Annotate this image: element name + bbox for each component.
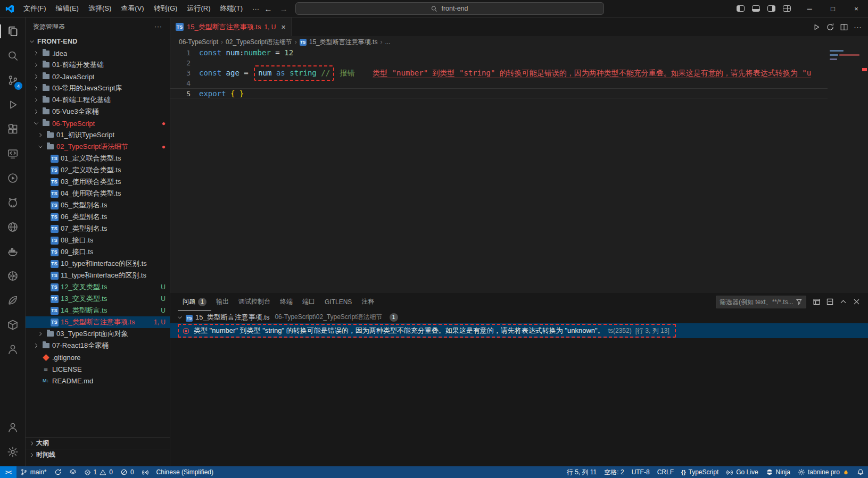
problems-filter[interactable] — [716, 296, 806, 308]
sidebar-more-button[interactable]: ··· — [154, 23, 162, 30]
run-or-debug-button[interactable] — [826, 23, 834, 31]
menu-more-button[interactable]: ··· — [247, 3, 264, 14]
more-actions-button[interactable]: ··· — [854, 22, 862, 31]
panel-tab[interactable]: 终端 — [275, 292, 297, 311]
window-maximize-button[interactable]: □ — [821, 0, 845, 17]
tree-item[interactable]: TS07_类型别名.ts — [26, 223, 170, 234]
tree-item[interactable]: TS08_接口.ts — [26, 234, 170, 246]
tree-item[interactable]: TS01_定义联合类型.ts — [26, 153, 170, 164]
editor[interactable]: 1const num:number = 1223const age = num … — [170, 48, 868, 292]
notifications[interactable] — [853, 466, 868, 478]
tree-item[interactable]: 07-React18全家桶 — [26, 340, 170, 351]
panel-tab[interactable]: 输出 — [211, 292, 234, 311]
gitlens[interactable] — [65, 466, 80, 478]
tree-item[interactable]: M↓README.md — [26, 375, 170, 387]
tree-item[interactable]: 02_TypeScript语法细节● — [26, 141, 170, 153]
tree-item[interactable]: TS14_类型断言.tsU — [26, 305, 170, 316]
tree-item[interactable]: TS11_type和interface的区别.ts — [26, 270, 170, 281]
panel-tab[interactable]: GITLENS — [320, 292, 357, 311]
tree-item[interactable]: 01-前端开发基础 — [26, 59, 170, 71]
go-live[interactable]: Go Live — [722, 466, 762, 478]
tab-close-button[interactable]: × — [281, 23, 285, 31]
tree-item[interactable]: 04-前端工程化基础 — [26, 94, 170, 106]
panel-tab[interactable]: 注释 — [357, 292, 379, 311]
tree-item[interactable]: TS04_使用联合类型.ts — [26, 188, 170, 199]
sidebar-section[interactable]: 时间线 — [26, 449, 170, 460]
tree-item[interactable]: TS10_type和interface的区别.ts — [26, 258, 170, 270]
activity-search-button[interactable] — [0, 44, 25, 68]
encoding[interactable]: UTF-8 — [628, 466, 654, 478]
menu-item[interactable]: 编辑(E) — [51, 2, 84, 15]
tree-item[interactable]: 05-Vue3全家桶 — [26, 106, 170, 118]
window-minimize-button[interactable]: ─ — [798, 0, 821, 17]
toggle-secondary-sidebar-button[interactable] — [767, 5, 775, 12]
problems-group-header[interactable]: TS 15_类型断言注意事项.ts 06-TypeScript\02_TypeS… — [170, 311, 868, 323]
cursor-position[interactable]: 行 5, 列 11 — [563, 466, 600, 478]
language-mode[interactable]: {}TypeScript — [677, 466, 722, 478]
activity-package-button[interactable] — [0, 313, 25, 337]
activity-explorer-button[interactable] — [0, 19, 25, 44]
tree-item[interactable]: TS03_使用联合类型.ts — [26, 176, 170, 188]
remote-indicator[interactable]: >< — [0, 466, 16, 478]
tree-item[interactable]: TS05_类型别名.ts — [26, 199, 170, 211]
activity-extensions-button[interactable] — [0, 117, 25, 141]
menu-item[interactable]: 查看(V) — [116, 2, 148, 15]
tree-item[interactable]: 03-常用的JavaScript库 — [26, 82, 170, 94]
sidebar-section[interactable]: 大纲 — [26, 437, 170, 449]
customize-layout-button[interactable] — [783, 5, 791, 12]
breadcrumb-item[interactable]: ... — [385, 38, 390, 46]
menu-item[interactable]: 终端(T) — [215, 2, 247, 15]
view-as-table-button[interactable] — [813, 298, 821, 306]
activity-remote-explorer-button[interactable] — [0, 141, 25, 166]
activity-web-button[interactable] — [0, 215, 25, 239]
maximize-panel-button[interactable] — [839, 298, 847, 306]
toggle-primary-sidebar-button[interactable] — [737, 5, 745, 12]
menu-item[interactable]: 运行(R) — [182, 2, 215, 15]
panel-tab[interactable]: 调试控制台 — [234, 292, 275, 311]
panel-tab[interactable]: 问题1 — [178, 292, 211, 311]
activity-github-button[interactable] — [0, 190, 25, 215]
tabnine[interactable]: tabnine pro — [794, 466, 853, 478]
git-branch[interactable]: main* — [16, 466, 51, 478]
collapse-all-button[interactable] — [826, 298, 834, 306]
tree-item[interactable]: ≡LICENSE — [26, 363, 170, 375]
problems-summary[interactable]: 10 — [80, 466, 117, 478]
tree-item[interactable]: 02-JavaScript — [26, 71, 170, 82]
breadcrumb-item[interactable]: 06-TypeScript — [179, 38, 218, 46]
display-language[interactable]: Chinese (Simplified) — [153, 466, 217, 478]
live-broadcast[interactable] — [138, 466, 153, 478]
close-panel-button[interactable] — [853, 298, 861, 306]
activity-source-control-button[interactable]: 4 — [0, 68, 25, 93]
tree-item[interactable]: .gitignore — [26, 351, 170, 363]
tree-item[interactable]: 03_TypeScript面向对象 — [26, 328, 170, 340]
menu-item[interactable]: 选择(S) — [84, 2, 116, 15]
split-editor-button[interactable] — [840, 23, 848, 31]
activity-eco-button[interactable] — [0, 288, 25, 313]
tree-item[interactable]: TS02_定义联合类型.ts — [26, 164, 170, 176]
breadcrumb-item[interactable]: TS15_类型断言注意事项.ts — [300, 38, 378, 47]
activity-live-preview-button[interactable] — [0, 166, 25, 190]
tree-item[interactable]: FRONT-END — [26, 36, 170, 47]
tree-item[interactable]: TS13_交叉类型.tsU — [26, 293, 170, 305]
breadcrumb-item[interactable]: 02_TypeScript语法细节 — [226, 38, 292, 47]
tree-item[interactable]: 01_初识TypeScript — [26, 129, 170, 141]
tree-item[interactable]: 06-TypeScript● — [26, 118, 170, 129]
editor-tab[interactable]: TS 15_类型断言注意事项.ts 1, U × — [170, 18, 292, 36]
activity-kubernetes-button[interactable] — [0, 264, 25, 288]
activity-account-button[interactable] — [0, 415, 25, 440]
toggle-panel-button[interactable] — [752, 5, 760, 12]
forward-button[interactable]: → — [280, 4, 288, 13]
activity-settings-button[interactable] — [0, 440, 25, 464]
activity-contributor-button[interactable] — [0, 337, 25, 362]
menu-item[interactable]: 文件(F) — [19, 2, 51, 15]
back-button[interactable]: ← — [264, 4, 272, 13]
problem-row[interactable]: 类型 "number" 到类型 "string" 的转换可能是错误的，因为两种类… — [170, 323, 868, 338]
panel-tab[interactable]: 端口 — [297, 292, 320, 311]
command-center[interactable]: front-end — [295, 2, 604, 15]
tree-item[interactable]: .idea — [26, 47, 170, 59]
filter-input[interactable] — [720, 298, 793, 306]
window-close-button[interactable]: × — [845, 0, 868, 17]
tree-item[interactable]: TS15_类型断言注意事项.ts1, U — [26, 316, 170, 328]
menu-item[interactable]: 转到(G) — [149, 2, 183, 15]
tree-item[interactable]: TS12_交叉类型.tsU — [26, 281, 170, 293]
